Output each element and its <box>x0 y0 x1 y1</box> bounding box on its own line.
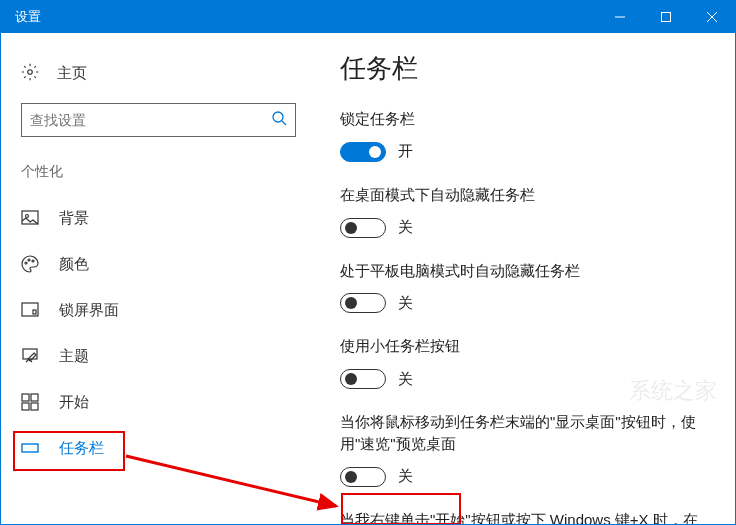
window-title: 设置 <box>15 8 597 26</box>
minimize-button[interactable] <box>597 1 643 33</box>
maximize-button[interactable] <box>643 1 689 33</box>
svg-point-9 <box>25 262 27 264</box>
svg-point-5 <box>273 112 283 122</box>
page-title: 任务栏 <box>340 51 711 86</box>
close-button[interactable] <box>689 1 735 33</box>
main-panel: 任务栏 锁定任务栏 开 在桌面模式下自动隐藏任务栏 关 处于平板电脑模式时自动隐… <box>316 33 735 524</box>
svg-point-4 <box>28 69 33 74</box>
toggle-state: 关 <box>398 294 413 313</box>
taskbar-icon <box>21 439 39 457</box>
svg-rect-19 <box>22 444 38 452</box>
svg-point-11 <box>32 260 34 262</box>
search-icon <box>271 110 287 130</box>
theme-icon <box>21 347 39 365</box>
svg-line-6 <box>282 121 286 125</box>
toggle-switch[interactable] <box>340 369 386 389</box>
picture-icon <box>21 209 39 227</box>
svg-rect-15 <box>22 394 29 401</box>
sidebar-item-colors[interactable]: 颜色 <box>1 241 316 287</box>
svg-point-10 <box>28 259 30 261</box>
toggle-state: 开 <box>398 142 413 161</box>
setting-label: 使用小任务栏按钮 <box>340 335 711 357</box>
sidebar-item-start[interactable]: 开始 <box>1 379 316 425</box>
start-icon <box>21 393 39 411</box>
svg-rect-16 <box>31 394 38 401</box>
sidebar-item-background[interactable]: 背景 <box>1 195 316 241</box>
gear-icon <box>21 63 39 84</box>
toggle-switch[interactable] <box>340 467 386 487</box>
titlebar: 设置 <box>1 1 735 33</box>
setting-small-buttons: 使用小任务栏按钮 关 <box>340 335 711 389</box>
sidebar-item-taskbar[interactable]: 任务栏 <box>1 425 316 471</box>
setting-peek-preview: 当你将鼠标移动到任务栏末端的"显示桌面"按钮时，使用"速览"预览桌面 关 <box>340 411 711 487</box>
home-label: 主页 <box>57 64 87 83</box>
setting-powershell: 当我右键单击"开始"按钮或按下 Windows 键+X 时，在菜单中将命令提示符… <box>340 509 711 525</box>
search-input[interactable] <box>30 112 271 128</box>
content-area: 主页 个性化 背景 颜色 锁屏界面 <box>1 33 735 524</box>
svg-point-8 <box>26 215 29 218</box>
svg-rect-13 <box>33 310 36 314</box>
setting-label: 当我右键单击"开始"按钮或按下 Windows 键+X 时，在菜单中将命令提示符… <box>340 509 711 525</box>
sidebar-item-lockscreen[interactable]: 锁屏界面 <box>1 287 316 333</box>
toggle-switch[interactable] <box>340 293 386 313</box>
svg-rect-1 <box>662 13 671 22</box>
window-controls <box>597 1 735 33</box>
setting-autohide-tablet: 处于平板电脑模式时自动隐藏任务栏 关 <box>340 260 711 314</box>
toggle-state: 关 <box>398 218 413 237</box>
setting-label: 处于平板电脑模式时自动隐藏任务栏 <box>340 260 711 282</box>
setting-label: 在桌面模式下自动隐藏任务栏 <box>340 184 711 206</box>
setting-label: 当你将鼠标移动到任务栏末端的"显示桌面"按钮时，使用"速览"预览桌面 <box>340 411 711 455</box>
toggle-state: 关 <box>398 467 413 486</box>
nav-label: 开始 <box>59 393 89 412</box>
palette-icon <box>21 255 39 273</box>
category-label: 个性化 <box>1 153 316 195</box>
toggle-state: 关 <box>398 370 413 389</box>
nav-label: 主题 <box>59 347 89 366</box>
nav-label: 背景 <box>59 209 89 228</box>
svg-rect-18 <box>31 403 38 410</box>
toggle-switch[interactable] <box>340 142 386 162</box>
home-link[interactable]: 主页 <box>1 51 316 95</box>
lockscreen-icon <box>21 301 39 319</box>
setting-lock-taskbar: 锁定任务栏 开 <box>340 108 711 162</box>
sidebar-item-themes[interactable]: 主题 <box>1 333 316 379</box>
nav-label: 锁屏界面 <box>59 301 119 320</box>
nav-label: 颜色 <box>59 255 89 274</box>
setting-autohide-desktop: 在桌面模式下自动隐藏任务栏 关 <box>340 184 711 238</box>
sidebar: 主页 个性化 背景 颜色 锁屏界面 <box>1 33 316 524</box>
search-box[interactable] <box>21 103 296 137</box>
toggle-switch[interactable] <box>340 218 386 238</box>
svg-rect-17 <box>22 403 29 410</box>
nav-label: 任务栏 <box>59 439 104 458</box>
setting-label: 锁定任务栏 <box>340 108 711 130</box>
